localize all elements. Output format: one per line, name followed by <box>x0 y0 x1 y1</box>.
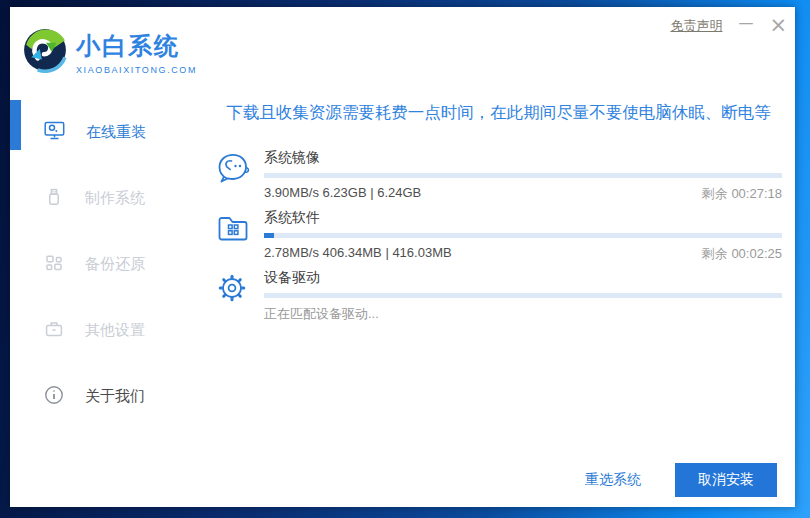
info-circle-icon <box>44 385 64 408</box>
brand-domain: XIAOBAIXITONG.COM <box>76 65 197 75</box>
brand-header: 小白系统 XIAOBAIXITONG.COM <box>22 27 197 77</box>
minimize-button[interactable]: — <box>738 16 753 35</box>
task-row-device-driver: 设备驱动 正在匹配设备驱动... <box>215 269 782 317</box>
backup-grid-icon <box>44 253 64 276</box>
briefcase-icon <box>44 319 64 342</box>
brand-name: 小白系统 <box>76 30 197 62</box>
progress-bar <box>264 173 782 178</box>
folder-apps-icon <box>215 209 251 257</box>
task-row-system-image: 系统镜像 3.90MB/s 6.23GB | 6.24GB 剩余 00:27:1… <box>215 149 782 197</box>
usb-drive-icon <box>44 187 64 210</box>
sidebar-item-label: 在线重装 <box>86 123 146 142</box>
task-title: 系统镜像 <box>264 149 782 167</box>
download-notice: 下载且收集资源需要耗费一点时间，在此期间尽量不要使电脑休眠、断电等 <box>215 102 782 124</box>
gear-icon <box>215 269 251 317</box>
task-title: 系统软件 <box>264 209 782 227</box>
mascot-face-icon <box>215 149 251 197</box>
reselect-system-button[interactable]: 重选系统 <box>585 471 641 489</box>
sidebar-item-label: 其他设置 <box>85 321 145 340</box>
monitor-search-icon <box>44 121 65 144</box>
titlebar: 免责声明 — × <box>670 15 787 36</box>
sidebar-item-label: 制作系统 <box>85 189 145 208</box>
footer-actions: 重选系统 取消安装 <box>585 463 777 497</box>
sidebar: 在线重装 制作系统 备份还原 <box>10 112 210 442</box>
sidebar-item-about-us[interactable]: 关于我们 <box>10 376 210 416</box>
cancel-install-button[interactable]: 取消安装 <box>675 463 777 497</box>
progress-bar <box>264 233 782 238</box>
task-row-system-software: 系统软件 2.78MB/s 406.34MB | 416.03MB 剩余 00:… <box>215 209 782 257</box>
task-remaining-time: 剩余 00:02:25 <box>702 245 782 263</box>
task-list: 系统镜像 3.90MB/s 6.23GB | 6.24GB 剩余 00:27:1… <box>215 149 782 317</box>
sidebar-item-label: 关于我们 <box>85 387 145 406</box>
sidebar-item-make-system[interactable]: 制作系统 <box>10 178 210 218</box>
sidebar-item-backup-restore[interactable]: 备份还原 <box>10 244 210 284</box>
sidebar-item-other-settings[interactable]: 其他设置 <box>10 310 210 350</box>
main-content: 下载且收集资源需要耗费一点时间，在此期间尽量不要使电脑休眠、断电等 系统镜像 <box>215 102 782 329</box>
task-stats: 2.78MB/s 406.34MB | 416.03MB <box>264 245 452 263</box>
task-remaining-time: 剩余 00:27:18 <box>702 185 782 203</box>
close-button[interactable]: × <box>769 15 787 36</box>
task-status: 正在匹配设备驱动... <box>264 305 379 323</box>
task-title: 设备驱动 <box>264 269 782 287</box>
task-stats: 3.90MB/s 6.23GB | 6.24GB <box>264 185 421 203</box>
sidebar-item-label: 备份还原 <box>85 255 145 274</box>
brand-logo-icon <box>22 27 68 77</box>
disclaimer-link[interactable]: 免责声明 <box>670 17 722 35</box>
app-window: 免责声明 — × 小白系统 XIAOBAIXITONG.COM <box>10 7 795 507</box>
progress-bar-fill <box>264 233 274 238</box>
progress-bar <box>264 293 782 298</box>
sidebar-item-online-reinstall[interactable]: 在线重装 <box>10 112 210 152</box>
